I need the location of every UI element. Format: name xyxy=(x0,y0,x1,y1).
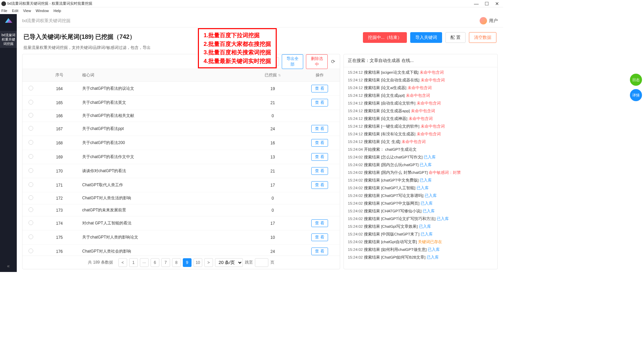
view-button[interactable]: 查 看 xyxy=(311,181,328,189)
cell-keyword: 关于chatGPT的看法相关文献 xyxy=(79,110,246,122)
user-label: 用户 xyxy=(489,18,498,24)
sidebar: bd流量词权重关键词挖掘 « xyxy=(0,14,17,272)
menu-view[interactable]: View xyxy=(23,9,31,13)
cell-mined: 21 xyxy=(246,164,300,178)
row-radio[interactable] xyxy=(29,100,33,105)
config-button[interactable]: 配 置 xyxy=(445,32,466,43)
log-row: 15:24:02 搜索结果 [ChatGPT写论文靠谱吗] 已入库 xyxy=(348,192,493,200)
cell-seq: 167 xyxy=(39,122,79,136)
cell-seq: 174 xyxy=(39,216,79,230)
view-button[interactable]: 查 看 xyxy=(311,219,328,227)
col-seq: 序号 xyxy=(39,69,79,82)
user-menu[interactable]: 用户 xyxy=(480,17,498,24)
page-button[interactable]: 1 xyxy=(129,258,138,267)
row-radio[interactable] xyxy=(29,195,33,200)
menu-file[interactable]: File xyxy=(1,9,7,13)
goto-page-input[interactable] xyxy=(255,258,268,267)
row-radio[interactable] xyxy=(29,182,33,187)
table-row: 172 ChatGPT对人类生活的影响 0 xyxy=(22,192,340,204)
next-page-button[interactable]: > xyxy=(204,258,213,267)
row-radio[interactable] xyxy=(29,154,33,159)
row-radio[interactable] xyxy=(29,140,33,145)
table-toolbar: 导出全部 删除选中 ⟳ xyxy=(22,54,340,69)
view-button[interactable]: 查 看 xyxy=(311,167,328,175)
cell-seq: 164 xyxy=(39,82,79,96)
row-radio[interactable] xyxy=(29,207,33,212)
minimize-icon[interactable]: — xyxy=(474,1,479,6)
view-button[interactable]: 查 看 xyxy=(311,85,328,92)
page-button[interactable]: 9 xyxy=(183,258,192,267)
log-row: 15:24:12 搜索结果 [自动生成论文软件] 未命中包含词 xyxy=(348,99,493,107)
menu-window[interactable]: Window xyxy=(36,9,49,13)
cell-keyword: 对chat GPT人工智能的看法 xyxy=(79,216,246,230)
view-button[interactable]: 查 看 xyxy=(311,125,328,133)
view-button[interactable]: 查 看 xyxy=(311,139,328,147)
menu-edit[interactable]: Edit xyxy=(12,9,18,13)
table-panel: 导出全部 删除选中 ⟳ 序号 核心词 已挖掘⇅ 操作 xyxy=(22,54,340,269)
cell-mined: 17 xyxy=(246,178,300,192)
content: 1.批量百度下拉词挖掘 2.批量百度大家都在搜挖掘 3.批量百度相关搜索词挖掘 … xyxy=(17,14,503,272)
col-ops: 操作 xyxy=(300,69,340,82)
col-mined[interactable]: 已挖掘⇅ xyxy=(246,69,300,82)
cell-seq: 172 xyxy=(39,192,79,204)
cell-keyword: 关于chatGPT的看法ppt xyxy=(79,122,246,136)
cell-keyword: 关于chatGPT的看法200 xyxy=(79,136,246,150)
logo-icon xyxy=(4,17,13,24)
row-radio[interactable] xyxy=(29,113,33,118)
page-size-select[interactable]: 20 条/页 xyxy=(215,258,243,267)
cell-mined: 17 xyxy=(246,216,300,230)
log-row: 15:24:02 搜索结果 [怎么让chatGPT写作文] 已入库 xyxy=(348,153,493,161)
window-title: bd流量词权重关键词挖掘 - 权重流量词实时批量挖掘 xyxy=(7,1,474,6)
cell-keyword: chatGPT的未来发展前景 xyxy=(79,204,246,216)
cell-keyword: 关于chatGPT的看法作文中文 xyxy=(79,150,246,164)
page-button[interactable]: 7 xyxy=(161,258,170,267)
maximize-icon[interactable]: ☐ xyxy=(485,1,489,6)
cell-seq: 176 xyxy=(39,245,79,256)
sidebar-collapse-icon[interactable]: « xyxy=(7,263,10,269)
menu-help[interactable]: Help xyxy=(53,9,61,13)
mining-button[interactable]: 挖掘中...（结束） xyxy=(363,32,407,43)
cell-seq: 165 xyxy=(39,96,79,110)
log-row: 15:24:12 搜索结果 [scigen论文生成下载] 未命中包含词 xyxy=(348,69,493,76)
menubar: File Edit View Window Help xyxy=(0,7,503,14)
page-button[interactable]: 10 xyxy=(194,258,202,267)
page-button[interactable]: 8 xyxy=(172,258,181,267)
page-button[interactable]: 6 xyxy=(151,258,159,267)
log-list[interactable]: 15:24:12 搜索结果 [scigen论文生成下载] 未命中包含词15:24… xyxy=(344,67,497,269)
annotation-line: 1.批量百度下拉词挖掘 xyxy=(204,31,271,40)
log-row: 15:24:12 搜索结果 [论文生成神器] 未命中包含词 xyxy=(348,115,493,123)
table-row: 168 关于chatGPT的看法200 16 查 看 xyxy=(22,136,340,150)
clear-data-button[interactable]: 清空数据 xyxy=(469,32,496,43)
row-radio[interactable] xyxy=(29,249,33,253)
row-radio[interactable] xyxy=(29,220,33,225)
refresh-icon[interactable]: ⟳ xyxy=(330,59,336,65)
row-radio[interactable] xyxy=(29,234,33,239)
row-radio[interactable] xyxy=(29,86,33,90)
cell-seq: 166 xyxy=(39,110,79,122)
table-row: 170 谈谈你对chatGPT的看法 21 查 看 xyxy=(22,164,340,178)
window-controls: — ☐ ✕ xyxy=(474,1,502,6)
log-row: 15:24:12 搜索结果 [一键生成论文的软件] 未命中包含词 xyxy=(348,123,493,130)
prev-page-button[interactable]: < xyxy=(118,258,127,267)
log-row: 15:24:02 搜索结果 [国内怎么玩chatGPT] 已入库 xyxy=(348,161,493,169)
view-button[interactable]: 查 看 xyxy=(311,233,328,241)
table-row: 174 对chat GPT人工智能的看法 17 查 看 xyxy=(22,216,340,230)
cell-keyword: ChatGPT取代人类工作 xyxy=(79,178,246,192)
row-radio[interactable] xyxy=(29,168,33,173)
view-button[interactable]: 查 看 xyxy=(311,153,328,161)
cell-mined: 19 xyxy=(246,82,300,96)
import-keywords-button[interactable]: 导入关键词 xyxy=(410,32,442,43)
cell-mined: 24 xyxy=(246,245,300,256)
table-row: 171 ChatGPT取代人类工作 17 查 看 xyxy=(22,178,340,192)
view-button[interactable]: 查 看 xyxy=(311,248,328,255)
close-icon[interactable]: ✕ xyxy=(495,1,499,6)
sidebar-item-keyword-mining[interactable]: bd流量词权重关键词挖掘 xyxy=(0,31,17,48)
cell-seq: 168 xyxy=(39,136,79,150)
view-button[interactable]: 查 看 xyxy=(311,99,328,107)
row-radio[interactable] xyxy=(29,126,33,131)
cell-mined: 0 xyxy=(246,192,300,204)
export-all-button[interactable]: 导出全部 xyxy=(282,54,304,69)
annotation-line: 3.批量百度相关搜索词挖掘 xyxy=(204,48,271,57)
table-scroll[interactable]: 序号 核心词 已挖掘⇅ 操作 164 关于chatGPT的看法的议论文 19 查… xyxy=(22,69,340,256)
delete-selected-button[interactable]: 删除选中 xyxy=(306,54,328,69)
